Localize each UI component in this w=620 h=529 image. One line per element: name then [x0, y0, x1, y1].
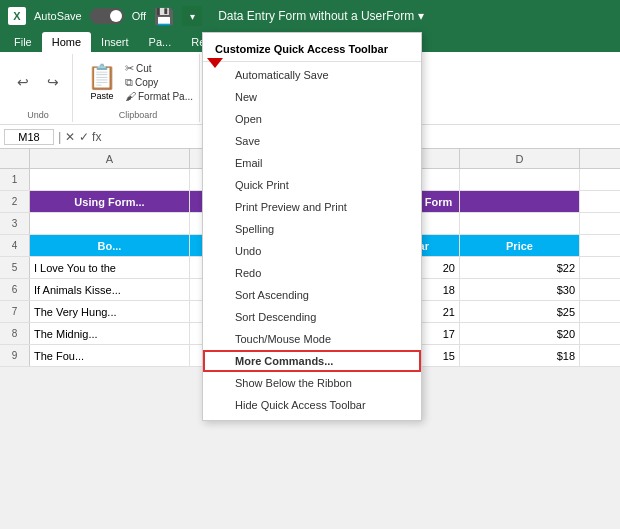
copy-label: Copy: [135, 77, 158, 88]
qa-item-new[interactable]: New: [203, 86, 421, 108]
undo-button[interactable]: ↩: [10, 69, 36, 95]
toggle-knob: [110, 10, 122, 22]
qa-item-print-preview[interactable]: Print Preview and Print: [203, 196, 421, 218]
qa-item-save[interactable]: Save: [203, 130, 421, 152]
title-bar: X AutoSave Off 💾 ▾ Data Entry Form witho…: [0, 0, 620, 32]
format-painter-icon: 🖌: [125, 90, 136, 102]
qa-item-label: Touch/Mouse Mode: [235, 333, 331, 345]
qa-item-label: Save: [235, 135, 260, 147]
qa-item-label: Sort Ascending: [235, 289, 309, 301]
cell-d8[interactable]: $20: [460, 323, 580, 344]
tab-page-layout[interactable]: Pa...: [139, 32, 182, 52]
qa-item-hide-toolbar[interactable]: Hide Quick Access Toolbar: [203, 394, 421, 416]
qa-item-sort-asc[interactable]: Sort Ascending: [203, 284, 421, 306]
cell-d2[interactable]: [460, 191, 580, 212]
autosave-state: Off: [132, 10, 146, 22]
cell-reference-input[interactable]: [4, 129, 54, 145]
formula-divider: |: [58, 129, 61, 144]
qa-item-spelling[interactable]: Spelling: [203, 218, 421, 240]
qa-item-open[interactable]: Open: [203, 108, 421, 130]
cut-label: Cut: [136, 63, 152, 74]
cell-d3[interactable]: [460, 213, 580, 234]
format-painter-button[interactable]: 🖌 Format Pa...: [125, 90, 193, 102]
excel-logo: X: [8, 7, 26, 25]
row-num: 3: [0, 213, 30, 234]
clipboard-content: 📋 Paste ✂ Cut ⧉ Copy 🖌: [83, 56, 193, 108]
paste-button[interactable]: 📋 Paste: [83, 61, 121, 103]
cell-d6[interactable]: $30: [460, 279, 580, 300]
cell-a8[interactable]: The Midnig...: [30, 323, 190, 344]
autosave-toggle[interactable]: [90, 8, 124, 24]
tab-insert[interactable]: Insert: [91, 32, 139, 52]
copy-icon: ⧉: [125, 76, 133, 89]
cell-a4[interactable]: Bo...: [30, 235, 190, 256]
main-container: X AutoSave Off 💾 ▾ Data Entry Form witho…: [0, 0, 620, 367]
cell-d5[interactable]: $22: [460, 257, 580, 278]
cut-button[interactable]: ✂ Cut: [125, 62, 193, 75]
paste-icon: 📋: [87, 63, 117, 91]
qa-item-label: Hide Quick Access Toolbar: [235, 399, 366, 411]
cell-a6[interactable]: If Animals Kisse...: [30, 279, 190, 300]
cell-a5[interactable]: I Love You to the: [30, 257, 190, 278]
qa-item-label: Undo: [235, 245, 261, 257]
cell-a7[interactable]: The Very Hung...: [30, 301, 190, 322]
tab-home[interactable]: Home: [42, 32, 91, 52]
arrow-down-indicator: [207, 58, 223, 68]
qa-item-label: Quick Print: [235, 179, 289, 191]
qa-item-label: Redo: [235, 267, 261, 279]
qa-item-more-commands[interactable]: More Commands...: [203, 350, 421, 372]
row-num: 6: [0, 279, 30, 300]
cell-a9[interactable]: The Fou...: [30, 345, 190, 366]
autosave-label: AutoSave: [34, 10, 82, 22]
qa-item-quick-print[interactable]: Quick Print: [203, 174, 421, 196]
cut-icon: ✂: [125, 62, 134, 75]
qa-item-email[interactable]: Email: [203, 152, 421, 174]
format-painter-label: Format Pa...: [138, 91, 193, 102]
row-num: 9: [0, 345, 30, 366]
clipboard-buttons: ✂ Cut ⧉ Copy 🖌 Format Pa...: [125, 62, 193, 102]
save-icon[interactable]: 💾: [154, 7, 174, 26]
cell-a3[interactable]: [30, 213, 190, 234]
qa-item-label: Show Below the Ribbon: [235, 377, 352, 389]
undo-redo-buttons: ↩ ↪: [10, 56, 66, 108]
qa-item-label: Open: [235, 113, 262, 125]
tab-file[interactable]: File: [4, 32, 42, 52]
qa-item-label: Sort Descending: [235, 311, 316, 323]
qa-item-show-below[interactable]: Show Below the Ribbon: [203, 372, 421, 394]
qa-item-label: Print Preview and Print: [235, 201, 347, 213]
cell-a1[interactable]: [30, 169, 190, 190]
quick-access-toolbar-menu: Customize Quick Access Toolbar Automatic…: [202, 32, 422, 421]
qa-item-label: Automatically Save: [235, 69, 329, 81]
cell-d7[interactable]: $25: [460, 301, 580, 322]
row-num: 5: [0, 257, 30, 278]
ribbon-group-undo: ↩ ↪ Undo: [4, 54, 73, 122]
row-num-spacer: [0, 149, 30, 168]
window-title: Data Entry Form without a UserForm ▾: [218, 9, 612, 23]
qa-item-redo[interactable]: Redo: [203, 262, 421, 284]
redo-button[interactable]: ↪: [40, 69, 66, 95]
undo-group-label: Undo: [27, 110, 49, 120]
qa-item-touch-mode[interactable]: Touch/Mouse Mode: [203, 328, 421, 350]
col-header-d: D: [460, 149, 580, 168]
cell-a2[interactable]: Using Form...: [30, 191, 190, 212]
row-num: 4: [0, 235, 30, 256]
qa-item-sort-desc[interactable]: Sort Descending: [203, 306, 421, 328]
paste-label: Paste: [90, 91, 113, 101]
row-num: 1: [0, 169, 30, 190]
formula-icons: ✕ ✓ fx: [65, 130, 101, 144]
qa-item-auto-save[interactable]: Automatically Save: [203, 64, 421, 86]
quick-access-dropdown-button[interactable]: ▾: [182, 6, 202, 26]
clipboard-group-label: Clipboard: [119, 110, 158, 120]
row-num: 2: [0, 191, 30, 212]
qa-item-label: More Commands...: [235, 355, 333, 367]
copy-button[interactable]: ⧉ Copy: [125, 76, 193, 89]
row-num: 8: [0, 323, 30, 344]
qa-item-undo[interactable]: Undo: [203, 240, 421, 262]
cell-d1[interactable]: [460, 169, 580, 190]
qa-menu-title: Customize Quick Access Toolbar: [203, 37, 421, 62]
ribbon-group-clipboard: 📋 Paste ✂ Cut ⧉ Copy 🖌: [77, 54, 200, 122]
cell-d4[interactable]: Price: [460, 235, 580, 256]
cell-d9[interactable]: $18: [460, 345, 580, 366]
qa-item-label: New: [235, 91, 257, 103]
qa-item-label: Spelling: [235, 223, 274, 235]
